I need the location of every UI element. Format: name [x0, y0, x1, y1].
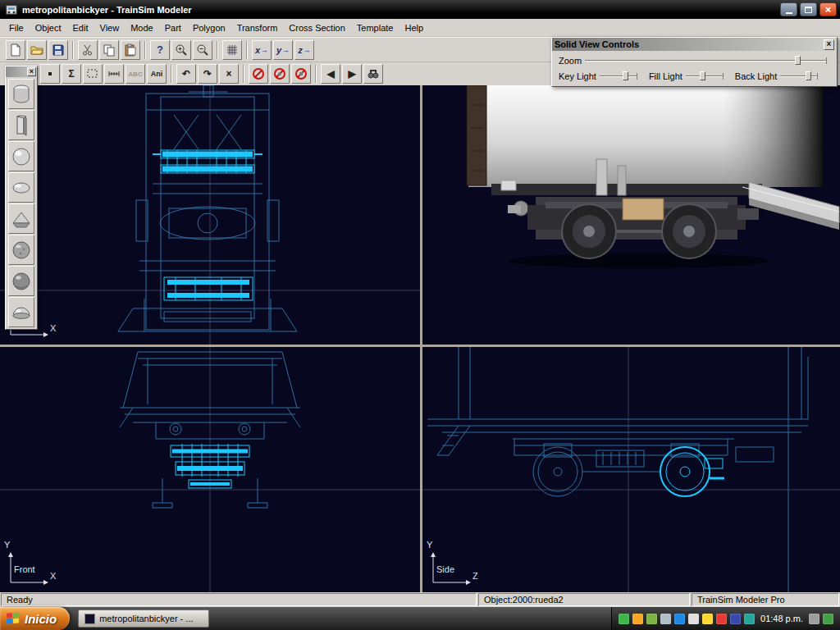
wedge-icon [11, 208, 31, 231]
marquee-select-button[interactable] [83, 64, 103, 84]
shape-cylinder-button[interactable] [8, 79, 34, 109]
copy-button[interactable] [99, 40, 119, 60]
shape-box-button[interactable] [8, 110, 34, 140]
minimize-button[interactable] [780, 2, 797, 16]
shape-textured-sphere-button[interactable] [8, 235, 34, 265]
zoom-slider[interactable] [585, 55, 827, 66]
undo-icon: ↶ [182, 68, 190, 80]
axis-z-button[interactable]: z→ [294, 40, 314, 60]
grid-button[interactable] [222, 40, 242, 60]
menu-polygon[interactable]: Polygon [187, 21, 231, 35]
slider-track [600, 75, 637, 77]
fill-light-slider[interactable] [686, 71, 724, 81]
menu-transform[interactable]: Transform [231, 21, 284, 35]
abc-button[interactable]: ABC [126, 64, 145, 84]
zoom-out-icon [196, 43, 209, 57]
tray-icon[interactable] [674, 614, 685, 624]
dialog-titlebar[interactable]: Solid View Controls × [552, 38, 837, 51]
tray-icon[interactable] [716, 614, 727, 624]
find-button[interactable] [363, 64, 383, 84]
axis-y-button[interactable]: y→ [273, 40, 293, 60]
delete-button[interactable]: × [219, 64, 239, 84]
menu-file[interactable]: File [3, 21, 30, 35]
viewport-front-view[interactable]: Y Front X [0, 347, 420, 592]
taskbar-task-trainsim[interactable]: metropolitanbickyer - ... [78, 609, 209, 628]
next-part-button[interactable]: ▶ [342, 64, 362, 84]
hide-option-button-2[interactable] [270, 64, 290, 84]
shape-shaded-sphere-button[interactable] [8, 266, 34, 296]
menu-help[interactable]: Help [399, 21, 429, 35]
marquee-icon [86, 67, 99, 80]
zoom-out-button[interactable] [193, 40, 212, 60]
save-button[interactable] [48, 40, 68, 60]
start-button[interactable]: Inicio [0, 607, 70, 630]
open-button[interactable] [27, 40, 47, 60]
dialog-close-button[interactable]: × [824, 39, 834, 50]
measure-button[interactable] [104, 64, 124, 84]
menu-object[interactable]: Object [30, 21, 67, 35]
point-mode-button[interactable] [40, 64, 60, 84]
back-light-slider-thumb[interactable] [806, 71, 811, 80]
new-button[interactable] [6, 40, 25, 60]
restore-button[interactable] [800, 2, 817, 16]
paste-button[interactable] [121, 40, 140, 60]
key-light-slider[interactable] [600, 71, 637, 81]
window-title: metropolitanbickyer - TrainSim Modeler [22, 5, 778, 15]
tray-icon[interactable] [688, 614, 699, 624]
tray-icon[interactable] [744, 614, 755, 624]
shape-hemisphere-button[interactable] [8, 297, 34, 327]
animation-button[interactable]: Ani [147, 64, 167, 84]
trainsim-modeler-window: metropolitanbickyer - TrainSim Modeler ×… [0, 0, 840, 630]
prohibit-icon [273, 67, 286, 80]
viewport-solid-view[interactable] [422, 85, 840, 345]
menu-cross-section[interactable]: Cross Section [283, 21, 350, 35]
zoom-in-button[interactable] [171, 40, 191, 60]
dialog-title: Solid View Controls [555, 39, 824, 49]
fill-light-slider-thumb[interactable] [700, 71, 705, 80]
shape-wedge-button[interactable] [8, 203, 34, 234]
slider-tick [723, 73, 724, 80]
tray-icon[interactable] [632, 614, 643, 624]
menu-edit[interactable]: Edit [67, 21, 94, 35]
tray-icon[interactable] [646, 614, 657, 624]
help-button[interactable]: ? [150, 40, 170, 60]
tray-icon[interactable] [702, 614, 713, 624]
titlebar[interactable]: metropolitanbickyer - TrainSim Modeler × [0, 0, 840, 19]
palette-close-button[interactable]: × [27, 67, 36, 76]
tray-icon[interactable] [823, 614, 833, 624]
dot-icon [48, 72, 52, 75]
save-floppy-icon [52, 43, 65, 57]
viewport-side-view[interactable]: Y Side Z [422, 347, 840, 592]
previous-part-button[interactable]: ◀ [321, 64, 340, 84]
viewport-top-view[interactable]: X [0, 85, 420, 345]
tray-icon[interactable] [660, 614, 671, 624]
new-document-icon [9, 43, 22, 57]
cut-button[interactable] [78, 40, 98, 60]
redo-button[interactable]: ↷ [198, 64, 217, 84]
tray-icon[interactable] [619, 614, 629, 624]
windows-logo-icon [7, 612, 20, 624]
back-light-slider[interactable] [780, 71, 818, 81]
shape-ellipsoid-button[interactable] [8, 172, 34, 203]
shape-sphere-button[interactable] [8, 141, 34, 171]
menu-mode[interactable]: Mode [125, 21, 159, 35]
key-light-slider-thumb[interactable] [623, 71, 628, 80]
zoom-slider-thumb[interactable] [795, 56, 801, 65]
hide-option-button-1[interactable] [249, 64, 268, 84]
axis-x-button[interactable]: x→ [252, 40, 272, 60]
tray-icon[interactable] [809, 614, 819, 624]
undo-button[interactable]: ↶ [176, 64, 196, 84]
tray-icon[interactable] [730, 614, 741, 624]
slider-tick [826, 57, 827, 64]
menu-view[interactable]: View [94, 21, 126, 35]
close-button[interactable]: × [819, 2, 837, 16]
prohibit-icon [294, 67, 308, 80]
palette-titlebar[interactable]: × [6, 66, 37, 77]
close-icon: × [825, 4, 832, 15]
hide-option-button-3[interactable] [291, 64, 311, 84]
menu-template[interactable]: Template [351, 21, 399, 35]
menu-part[interactable]: Part [159, 21, 187, 35]
delete-icon: × [226, 68, 231, 80]
prohibit-icon [252, 67, 265, 80]
sum-button[interactable]: Σ [62, 64, 81, 84]
